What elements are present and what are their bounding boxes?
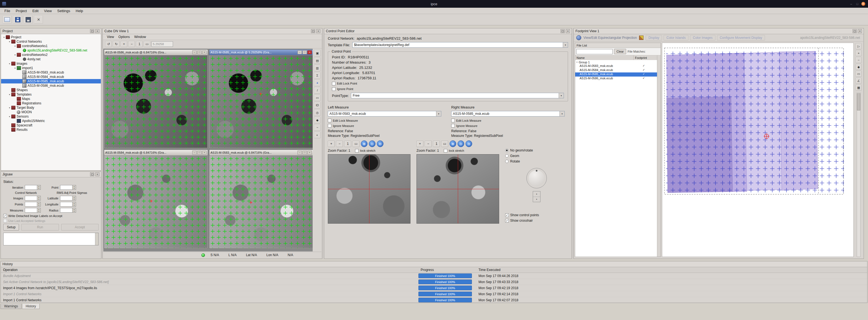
zoom-in-button[interactable]: + [328, 141, 335, 147]
bottom-tab[interactable]: History [22, 304, 39, 309]
measure-chip-viewport[interactable] [328, 154, 410, 224]
maximize-icon[interactable] [197, 151, 202, 155]
edit-lock-measure-checkbox[interactable]: Edit Lock Measure [451, 119, 481, 122]
close-icon[interactable] [202, 51, 207, 54]
cube-subwindow[interactable]: AS15-M-0586_msk.ecub @ 6.84716% (Gra... … [104, 49, 208, 149]
operation-column-header[interactable]: Operation [1, 268, 418, 272]
geom-radio-option[interactable]: Geom [505, 153, 568, 159]
setup-button[interactable]: Setup [3, 224, 19, 230]
cube-image-viewport[interactable]: + [210, 55, 313, 148]
right-spinner[interactable] [60, 208, 76, 213]
save-project-as-icon[interactable] [24, 15, 32, 24]
name-column-header[interactable]: Name [575, 55, 633, 60]
zoom-fit-button[interactable]: ▭ [441, 141, 448, 147]
close-panel-icon[interactable] [566, 29, 570, 33]
statistics-tool[interactable]: Σ [314, 72, 321, 79]
float-panel-icon[interactable] [90, 172, 94, 176]
footprint-toolbar-button[interactable]: Configure Movement Display [717, 35, 765, 40]
minimize-icon[interactable] [192, 151, 197, 155]
cube-subwindow-titlebar[interactable]: AS15-M-0583_msk.ecub @ 6.84716% (Gra... [209, 150, 313, 156]
left-spinner[interactable] [25, 196, 41, 200]
history-row[interactable]: Set Active Control Network to [apollo15L… [1, 279, 867, 285]
cube-subwindow-titlebar[interactable]: AS15-M-0584_msk.ecub @ 6.84716% (Gra... [104, 150, 208, 156]
cube-subwindow-titlebar[interactable]: AS15-M-0586_msk.ecub @ 6.84716% (Gra... [104, 50, 208, 55]
close-panel-icon[interactable] [95, 29, 99, 33]
project-tree-item[interactable]: Spacecraft [1, 123, 101, 128]
cube-subwindow-titlebar[interactable]: AS15-M-0585_msk.ecub @ 5.29258% (Gra... [209, 50, 313, 55]
splitter[interactable] [101, 28, 102, 259]
crosshair-tool[interactable]: + [314, 79, 321, 86]
measure-cube-combobox[interactable]: AS15-M-0583_msk.ecub [328, 111, 441, 117]
zoom-out-button[interactable]: − [336, 141, 343, 147]
project-tree-item[interactable]: Shapes [1, 88, 101, 92]
zoom-out-tool[interactable]: − [856, 57, 862, 63]
project-tree-item[interactable]: ▾ controlNetworks2 [1, 53, 101, 57]
control-point-editor-titlebar[interactable]: Control Point Editor [324, 28, 571, 34]
close-panel-icon[interactable] [95, 172, 99, 176]
float-panel-icon[interactable] [90, 29, 94, 33]
rotation-dial[interactable] [526, 168, 547, 188]
expander-icon[interactable]: ▾ [8, 116, 11, 118]
maximize-icon[interactable] [855, 2, 859, 6]
left-spinner[interactable] [25, 202, 41, 206]
footprint-toolbar-button[interactable]: Color Islands [663, 35, 688, 40]
find-point-button[interactable]: ⊕ [361, 140, 368, 147]
project-tree-item[interactable]: ▾ Images [1, 61, 101, 66]
histogram-tool[interactable]: ▤ [314, 57, 321, 64]
scrollbar[interactable] [857, 93, 861, 257]
geom-radio-option[interactable]: No geom/rotate [505, 148, 568, 153]
history-row[interactable]: Import 1 Control Networks Finished 100% … [1, 297, 867, 303]
projection-icon[interactable] [576, 35, 581, 40]
file-list-row[interactable]: AS15-M-0583_msk.ecub ✓ [575, 64, 657, 68]
float-panel-icon[interactable] [311, 29, 315, 33]
jigsaw-output-area[interactable] [3, 233, 99, 245]
cube-image-viewport[interactable]: + [210, 156, 313, 248]
menu-item[interactable]: File [2, 8, 13, 13]
time-column-header[interactable]: Time Executed [476, 268, 867, 272]
history-row[interactable]: Import 4 Images from /scratch/IPCE_TESTS… [1, 285, 867, 291]
close-icon[interactable] [307, 151, 312, 155]
project-tree-item[interactable]: MOON [1, 110, 101, 114]
ignore-point-checkbox[interactable]: Ignore Point [332, 87, 353, 91]
zoom-tool[interactable]: ◎ [314, 109, 321, 116]
file-group-row[interactable]: ▾ Group 1 [575, 60, 657, 64]
point-spinner[interactable] [60, 185, 76, 190]
footprint-check[interactable]: ✓ [630, 68, 657, 72]
expander-icon[interactable]: ▾ [8, 63, 11, 65]
accept-button[interactable]: Accept [61, 224, 99, 230]
point-type-combobox[interactable]: Free [351, 93, 564, 98]
clear-search-button[interactable]: Clear [614, 49, 626, 54]
save-measure-button[interactable]: ⊖ [377, 140, 383, 147]
project-panel-titlebar[interactable]: Project [1, 28, 101, 34]
expander-icon[interactable]: ▾ [13, 45, 17, 47]
footprint-check[interactable]: ✓ [630, 64, 657, 68]
zoom-fit-button[interactable]: ▭ [352, 141, 360, 147]
scrollbar[interactable] [95, 233, 98, 245]
left-spinner[interactable] [25, 208, 41, 213]
close-panel-icon[interactable] [316, 29, 320, 33]
footprint-map[interactable] [662, 43, 854, 257]
project-tree-item[interactable]: ▾ import1 [1, 66, 101, 70]
previous-view-icon[interactable]: ↺ [105, 41, 112, 47]
stretch-tool[interactable]: ▥ [314, 65, 321, 71]
edit-tool[interactable]: / [314, 87, 321, 94]
close-icon[interactable] [307, 51, 312, 54]
band-id-tool[interactable]: ID [314, 102, 321, 108]
project-tree-item[interactable]: ▾ controlNetworks1 [1, 44, 101, 48]
project-tree-item[interactable]: AS15-M-0586_msk.ecub [1, 84, 101, 88]
footprint-check[interactable]: ✓ [630, 76, 657, 81]
history-row[interactable]: Import 1 Control Networks Finished 100% … [1, 291, 867, 297]
float-panel-icon[interactable] [561, 29, 565, 33]
minimize-icon[interactable] [298, 51, 302, 54]
menu-item[interactable]: Edit [29, 8, 41, 13]
cube-subwindow[interactable]: AS15-M-0583_msk.ecub @ 6.84716% (Gra... … [209, 150, 313, 249]
expander-icon[interactable]: ▾ [2, 36, 6, 38]
project-tree-item[interactable]: ▾ Control Networks [1, 39, 101, 44]
measure-cube-combobox[interactable]: AS15-M-0585_msk.ecub [451, 111, 565, 117]
blink-tool[interactable]: ◐ [314, 132, 321, 138]
footprint-check[interactable]: ✓ [630, 72, 657, 76]
save-measure-button[interactable]: ⊖ [466, 140, 472, 147]
minimize-icon[interactable] [849, 2, 853, 6]
pan-tool[interactable]: ◆ [856, 64, 862, 70]
measure-chip-viewport[interactable] [416, 154, 499, 224]
